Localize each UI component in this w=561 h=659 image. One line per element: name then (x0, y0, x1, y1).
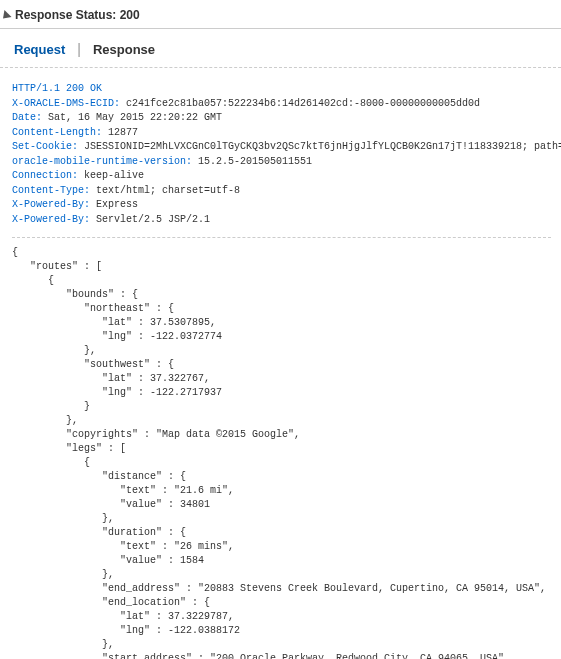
header-x-powered-by-1: X-Powered-By: Express (12, 198, 551, 213)
header-body-divider (12, 237, 551, 238)
header-date: Date: Sat, 16 May 2015 22:20:22 GMT (12, 111, 551, 126)
status-title: Response Status: 200 (15, 8, 140, 22)
header-ecid: X-ORACLE-DMS-ECID: c241fce2c81ba057:5222… (12, 97, 551, 112)
header-connection: Connection: keep-alive (12, 169, 551, 184)
tab-response[interactable]: Response (91, 42, 157, 57)
header-set-cookie: Set-Cookie: JSESSIONID=2MhLVXCGnC0lTGyCK… (12, 140, 551, 155)
tabs-bar: Request | Response (0, 29, 561, 68)
header-x-powered-by-2: X-Powered-By: Servlet/2.5 JSP/2.1 (12, 213, 551, 228)
http-status-line: HTTP/1.1 200 OK (12, 82, 551, 97)
collapse-icon[interactable] (0, 10, 12, 22)
tab-separator: | (77, 41, 81, 57)
status-header: Response Status: 200 (0, 0, 561, 29)
tab-request[interactable]: Request (12, 42, 67, 57)
json-response-body: { "routes" : [ { "bounds" : { "northeast… (12, 246, 551, 659)
header-runtime-version: oracle-mobile-runtime-version: 15.2.5-20… (12, 155, 551, 170)
response-body: HTTP/1.1 200 OK X-ORACLE-DMS-ECID: c241f… (0, 68, 561, 659)
header-content-type: Content-Type: text/html; charset=utf-8 (12, 184, 551, 199)
header-content-length: Content-Length: 12877 (12, 126, 551, 141)
